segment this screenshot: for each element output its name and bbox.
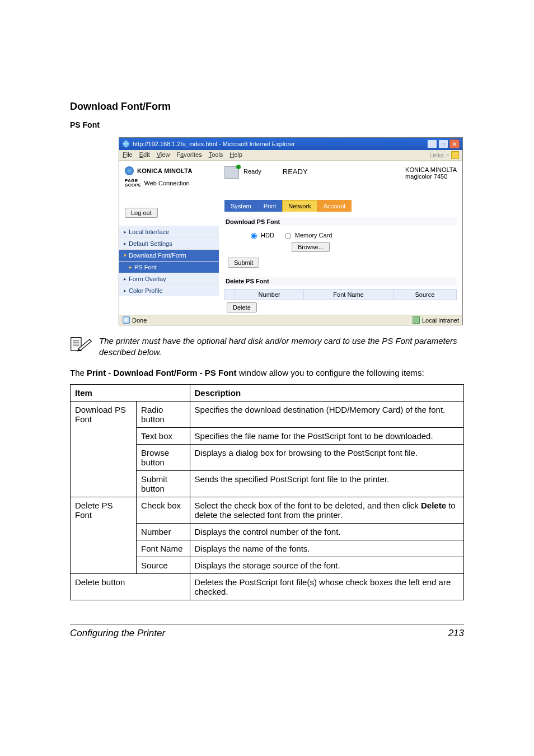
col-font-name: Font Name [304,290,393,300]
tab-network[interactable]: Network [282,200,317,212]
body-text: The Print - Download Font/Form - PS Font… [70,367,464,379]
cell-sub: Number [137,523,190,540]
links-icon [451,151,459,159]
menu-favorites[interactable]: Favorites [176,151,202,159]
globe-icon [125,166,134,175]
cell-desc: Specifies the download destination (HDD/… [190,401,463,427]
minimize-button[interactable]: _ [427,139,437,148]
nav-ps-font[interactable]: PS Font [119,261,219,273]
nav-color-profile[interactable]: Color Profile [119,284,219,296]
nav-download-font-form[interactable]: Download Font/Form [119,249,219,261]
delete-button[interactable]: Delete [227,302,257,312]
cell-item: Delete button [71,573,190,600]
cell-desc: Sends the specified PostScript font file… [190,470,463,497]
cell-desc: Select the check box of the font to be d… [190,497,463,523]
cell-desc: Deletes the PostScript font file(s) whos… [190,573,463,600]
header-description: Description [190,384,463,401]
pagescope-badge: PAGESCOPE [125,179,142,188]
cell-desc: Displays the name of the fonts. [190,540,463,557]
cell-sub: Radio button [137,401,190,427]
header-item: Item [71,384,190,401]
status-done: Done [132,317,147,324]
browse-button[interactable]: Browse... [292,242,330,252]
maximize-button[interactable]: □ [438,139,448,148]
cell-item: Download PS Font [71,401,137,497]
submit-button[interactable]: Submit [228,258,259,268]
section-heading: Download Font/Form [70,101,464,113]
brand-row: KONICA MINOLTA [125,166,214,175]
intranet-icon [413,316,420,324]
cell-sub: Font Name [137,540,190,557]
parameters-table: Item Description Download PS Font Radio … [70,384,464,600]
cell-sub: Submit button [137,470,190,497]
product-info: KONICA MINOLTA magicolor 7450 [405,166,457,180]
status-bar: Done Local intranet [119,315,462,325]
cell-desc: Specifies the file name for the PostScri… [190,427,463,444]
note-icon [70,337,92,352]
menu-file[interactable]: File [123,151,133,159]
cell-desc: Displays the control number of the font. [190,523,463,540]
close-button[interactable]: × [449,139,460,148]
tab-system[interactable]: System [224,200,257,212]
window-title: http://192.168.1.2/a_index.html - Micros… [133,141,424,147]
tabs: System Print Network Account [224,200,457,212]
menu-edit[interactable]: Edit [139,151,150,159]
menu-view[interactable]: View [157,151,170,159]
cell-desc: Displays the storage source of the font. [190,557,463,573]
menu-help[interactable]: Help [229,151,242,159]
col-number: Number [235,290,304,300]
brand-text: KONICA MINOLTA [137,167,193,174]
cell-sub: Source [137,557,190,573]
footer-title: Configuring the Printer [70,628,165,639]
menu-bar: File Edit View Favorites Tools Help Link… [119,150,462,161]
cell-item: Delete PS Font [71,497,137,573]
page-footer: Configuring the Printer 213 [70,624,464,639]
col-source: Source [393,290,456,300]
nav-form-overlay[interactable]: Form Overlay [119,273,219,284]
titlebar: http://192.168.1.2/a_index.html - Micros… [119,138,462,150]
status-big: READY [283,167,308,176]
footer-page: 213 [448,628,464,639]
radio-memory-card[interactable]: Memory Card [282,231,332,239]
tab-account[interactable]: Account [317,200,352,212]
links-label[interactable]: Links» [429,151,459,159]
sub-heading: PS Font [70,120,464,129]
logout-button[interactable]: Log out [125,208,158,218]
radio-hdd[interactable]: HDD [248,231,274,239]
ie-icon [122,140,130,148]
cell-sub: Text box [137,427,190,444]
download-section-title: Download PS Font [224,217,457,226]
nav-local-interface[interactable]: Local Interface [119,226,219,237]
status-zone: Local intranet [422,317,459,324]
done-icon [123,316,130,324]
delete-section-title: Delete PS Font [224,277,457,286]
printer-icon [224,166,239,179]
delete-font-table: Number Font Name Source [224,289,457,300]
nav-default-settings[interactable]: Default Settings [119,237,219,249]
cell-sub: Browse button [137,444,190,470]
cell-sub: Check box [137,497,190,523]
status-small: Ready [243,168,261,175]
web-connection: PAGESCOPE Web Connection [125,179,214,188]
tab-print[interactable]: Print [257,200,283,212]
cell-desc: Displays a dialog box for browsing to th… [190,444,463,470]
menu-tools[interactable]: Tools [209,151,223,159]
browser-window: http://192.168.1.2/a_index.html - Micros… [119,137,463,325]
note-text: The printer must have the optional hard … [99,335,464,358]
